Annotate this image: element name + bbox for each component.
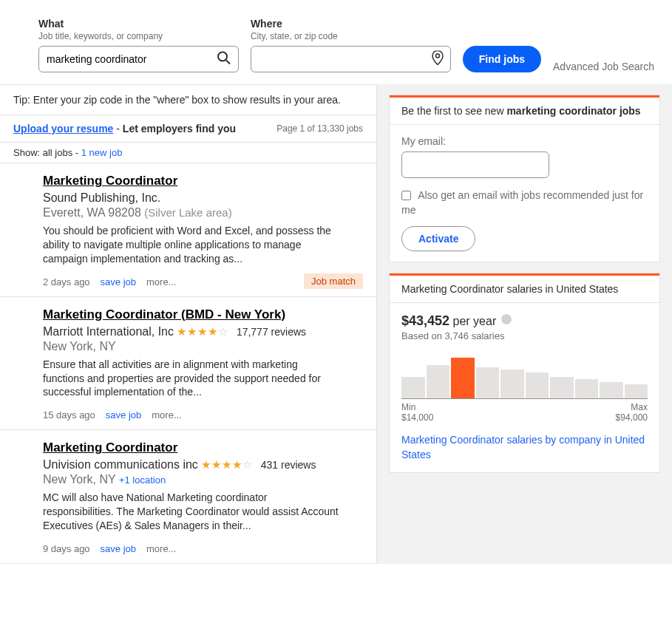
email-input[interactable] bbox=[401, 152, 549, 178]
extra-locations-link[interactable]: +1 location bbox=[119, 474, 166, 486]
salary-based: Based on 3,746 salaries bbox=[401, 330, 648, 341]
alert-prefix: Be the first to see new bbox=[401, 105, 506, 117]
more-link[interactable]: more... bbox=[146, 276, 176, 287]
upload-resume-link[interactable]: Upload your resume bbox=[13, 123, 113, 135]
advanced-search-link[interactable]: Advanced Job Search bbox=[553, 61, 654, 72]
job-title-link[interactable]: Marketing Coordinator bbox=[43, 174, 177, 188]
what-hint: Job title, keywords, or company bbox=[38, 31, 239, 41]
search-icon bbox=[217, 51, 231, 68]
salary-heading: Marketing Coordinator salaries in United… bbox=[390, 276, 659, 303]
chart-bar bbox=[600, 382, 623, 399]
more-link[interactable]: more... bbox=[152, 409, 181, 421]
salary-value: $43,452 bbox=[401, 313, 449, 328]
my-email-label: My email: bbox=[401, 135, 648, 147]
job-age: 15 days ago bbox=[43, 409, 95, 421]
also-checkbox[interactable] bbox=[401, 191, 411, 200]
axis-min-val: $14,000 bbox=[401, 412, 433, 423]
svg-line-1 bbox=[226, 61, 230, 64]
salary-by-company-link[interactable]: Marketing Coordinator salaries by compan… bbox=[401, 433, 648, 462]
chart-bar bbox=[625, 384, 648, 398]
job-snippet: Ensure that all activities are in alignm… bbox=[43, 358, 339, 400]
salary-per: per year bbox=[449, 315, 500, 327]
reviews-count[interactable]: 17,777 reviews bbox=[237, 326, 306, 338]
svg-point-0 bbox=[218, 52, 227, 61]
chart-bar bbox=[550, 377, 574, 398]
chart-bar bbox=[526, 372, 549, 399]
chart-bar bbox=[427, 365, 450, 398]
chart-bar bbox=[451, 358, 475, 398]
chart-bar bbox=[401, 377, 425, 398]
what-label: What bbox=[38, 18, 239, 30]
location-area: (Silver Lake area) bbox=[144, 206, 231, 219]
location-icon bbox=[432, 51, 444, 68]
employers-find-you: Let employers find you bbox=[123, 123, 236, 135]
results-paging: Page 1 of 13,330 jobs bbox=[276, 123, 363, 134]
job-snippet: You should be proficient with Word and E… bbox=[43, 224, 339, 266]
what-input[interactable] bbox=[38, 46, 239, 72]
axis-max-label: Max bbox=[631, 402, 648, 412]
find-jobs-button[interactable]: Find jobs bbox=[463, 46, 541, 72]
job-age: 9 days ago bbox=[43, 543, 90, 554]
alert-bold: marketing coordinator jobs bbox=[506, 105, 640, 117]
reviews-count[interactable]: 431 reviews bbox=[261, 459, 316, 471]
where-hint: City, state, or zip code bbox=[251, 31, 451, 41]
where-label: Where bbox=[251, 18, 451, 30]
job-card: Marketing CoordinatorUnivision communica… bbox=[0, 430, 377, 564]
job-snippet: MC will also have National Marketing coo… bbox=[43, 491, 339, 533]
company-name[interactable]: Univision communications inc bbox=[43, 458, 198, 471]
activate-button[interactable]: Activate bbox=[401, 226, 475, 251]
company-name[interactable]: Sound Publishing, Inc. bbox=[43, 191, 160, 204]
job-card: Marketing Coordinator (BMD - New York)Ma… bbox=[0, 297, 377, 431]
also-label: Also get an email with jobs recommended … bbox=[401, 189, 643, 216]
salary-distribution-chart bbox=[401, 355, 648, 399]
chart-bar bbox=[575, 379, 599, 398]
show-prefix: Show: all jobs - bbox=[13, 147, 81, 158]
more-link[interactable]: more... bbox=[146, 543, 176, 554]
star-rating: ★★★★☆ bbox=[201, 458, 253, 471]
job-location: Everett, WA 98208 bbox=[43, 206, 141, 219]
chart-bar bbox=[476, 367, 500, 398]
tip-text: Tip: Enter your zip code in the "where" … bbox=[0, 84, 377, 115]
job-location: New York, NY bbox=[43, 340, 116, 353]
svg-point-2 bbox=[435, 54, 439, 58]
save-job-link[interactable]: save job bbox=[101, 276, 136, 287]
company-name[interactable]: Marriott International, Inc bbox=[43, 325, 174, 338]
axis-min-label: Min bbox=[401, 402, 415, 412]
chart-bar bbox=[500, 370, 524, 398]
info-icon[interactable] bbox=[501, 314, 512, 324]
job-title-link[interactable]: Marketing Coordinator bbox=[43, 440, 177, 455]
resume-sep: - bbox=[113, 123, 122, 135]
job-match-badge: Job match bbox=[304, 273, 363, 289]
job-card: Marketing CoordinatorSound Publishing, I… bbox=[0, 163, 377, 297]
star-rating: ★★★★☆ bbox=[177, 325, 228, 338]
save-job-link[interactable]: save job bbox=[101, 543, 136, 554]
new-job-link[interactable]: 1 new job bbox=[81, 147, 123, 158]
job-location: New York, NY bbox=[43, 473, 115, 486]
job-title-link[interactable]: Marketing Coordinator (BMD - New York) bbox=[43, 307, 285, 322]
where-input[interactable] bbox=[251, 46, 451, 72]
axis-max-val: $94,000 bbox=[616, 412, 648, 423]
job-age: 2 days ago bbox=[43, 276, 90, 287]
save-job-link[interactable]: save job bbox=[106, 409, 141, 421]
